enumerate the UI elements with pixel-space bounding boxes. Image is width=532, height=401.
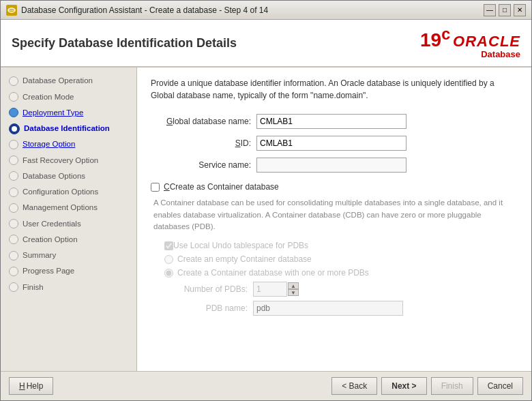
close-button[interactable]: ✕	[514, 4, 526, 16]
with-pdbs-radio	[164, 269, 173, 278]
bullet-progress-page	[9, 267, 18, 276]
oracle-version: 19c	[420, 27, 450, 50]
sidebar-item-user-credentials[interactable]: User Credentials	[1, 216, 136, 232]
back-button[interactable]: < Back	[331, 377, 377, 395]
bullet-database-options	[9, 171, 18, 181]
finish-button: Finish	[431, 377, 473, 395]
spinner-down: ▼	[288, 289, 299, 296]
maximize-button[interactable]: □	[499, 4, 511, 16]
pdb-name-label: PDB name:	[164, 303, 253, 313]
container-checkbox-label[interactable]: CCreate as Container database	[164, 182, 279, 192]
with-pdbs-row: Create a Container database with one or …	[164, 268, 518, 278]
sid-label: SID:	[151, 138, 256, 148]
oracle-sup: c	[441, 25, 450, 43]
bottom-bar: HHelp < Back Next > Finish Cancel	[1, 371, 531, 400]
page-title: Specify Database Identification Details	[12, 36, 237, 50]
sid-row: SID:	[151, 136, 518, 151]
oracle-brand: ORACLE	[453, 33, 520, 50]
oracle-logo: 19c ORACLE Database	[420, 27, 520, 59]
window-controls: — □ ✕	[484, 4, 526, 16]
bullet-configuration-options	[9, 188, 18, 197]
bullet-management-options	[9, 203, 18, 213]
sidebar-item-progress-page[interactable]: Progress Page	[1, 263, 136, 279]
bullet-finish	[9, 282, 18, 292]
app-icon	[6, 5, 17, 16]
global-db-label: Global database name:	[151, 117, 256, 126]
next-button[interactable]: Next >	[381, 377, 426, 395]
service-name-row: Service name:	[151, 158, 518, 173]
bullet-database-operation	[9, 76, 18, 86]
sidebar-item-creation-mode[interactable]: Creation Mode	[1, 89, 136, 105]
sidebar-item-fast-recovery-option[interactable]: Fast Recovery Option	[1, 153, 136, 168]
container-info-text: A Container database can be used for con…	[153, 197, 518, 233]
cancel-button[interactable]: Cancel	[477, 377, 523, 395]
help-button[interactable]: HHelp	[9, 377, 53, 395]
use-local-undo-checkbox	[164, 241, 173, 250]
title-bar: Database Configuration Assistant - Creat…	[1, 1, 531, 20]
sidebar-item-management-options[interactable]: Management Options	[1, 200, 136, 216]
radio-group: Use Local Undo tablespace for PDBs Creat…	[164, 241, 518, 278]
bullet-creation-option	[9, 235, 18, 244]
content-area: Database Operation Creation Mode Deploym…	[1, 68, 531, 371]
container-checkbox[interactable]	[151, 183, 160, 192]
bullet-creation-mode	[9, 92, 18, 102]
num-pdbs-label: Number of PDBs:	[164, 284, 253, 294]
spinner-up: ▲	[288, 282, 299, 289]
container-checkbox-row: CCreate as Container database	[151, 182, 518, 192]
global-db-input[interactable]	[256, 114, 407, 129]
header-section: Specify Database Identification Details …	[1, 20, 531, 68]
bottom-right: < Back Next > Finish Cancel	[331, 377, 523, 395]
main-window: Database Configuration Assistant - Creat…	[0, 0, 532, 401]
sidebar-item-database-options[interactable]: Database Options	[1, 168, 136, 184]
description-text: Provide a unique database identifier inf…	[151, 77, 518, 102]
bullet-deployment-type	[9, 108, 18, 117]
sidebar-item-configuration-options[interactable]: Configuration Options	[1, 184, 136, 200]
sidebar-item-deployment-type[interactable]: Deployment Type	[1, 105, 136, 121]
bullet-user-credentials	[9, 219, 18, 228]
sidebar: Database Operation Creation Mode Deploym…	[1, 68, 137, 371]
minimize-button[interactable]: —	[484, 4, 496, 16]
sidebar-item-storage-option[interactable]: Storage Option	[1, 136, 136, 152]
num-pdbs-row: Number of PDBs: ▲ ▼	[164, 282, 518, 297]
sidebar-item-creation-option[interactable]: Creation Option	[1, 232, 136, 248]
service-label: Service name:	[151, 160, 256, 170]
title-bar-text: Database Configuration Assistant - Creat…	[21, 5, 484, 15]
empty-container-row: Create an empty Container database	[164, 254, 518, 264]
sidebar-item-summary[interactable]: Summary	[1, 248, 136, 263]
sidebar-item-database-operation[interactable]: Database Operation	[1, 73, 136, 89]
sid-input[interactable]	[256, 136, 407, 151]
bullet-storage-option	[9, 140, 18, 149]
bullet-fast-recovery-option	[9, 155, 18, 165]
pdb-name-row: PDB name:	[164, 301, 518, 316]
sidebar-item-database-identification[interactable]: Database Identification	[1, 121, 136, 136]
global-db-row: Global database name:	[151, 114, 518, 129]
bottom-left: HHelp	[9, 377, 53, 395]
num-pdbs-input	[253, 282, 287, 297]
num-pdbs-spinners: ▲ ▼	[288, 282, 299, 296]
empty-container-radio	[164, 255, 173, 264]
pdb-name-input	[253, 301, 403, 316]
service-name-input[interactable]	[256, 158, 407, 173]
sidebar-item-finish[interactable]: Finish	[1, 280, 136, 295]
bullet-database-identification	[9, 123, 20, 134]
use-local-undo-row: Use Local Undo tablespace for PDBs	[164, 241, 518, 250]
bullet-summary	[9, 251, 18, 261]
main-content: Provide a unique database identifier inf…	[137, 68, 531, 371]
oracle-product: Database	[481, 49, 520, 59]
